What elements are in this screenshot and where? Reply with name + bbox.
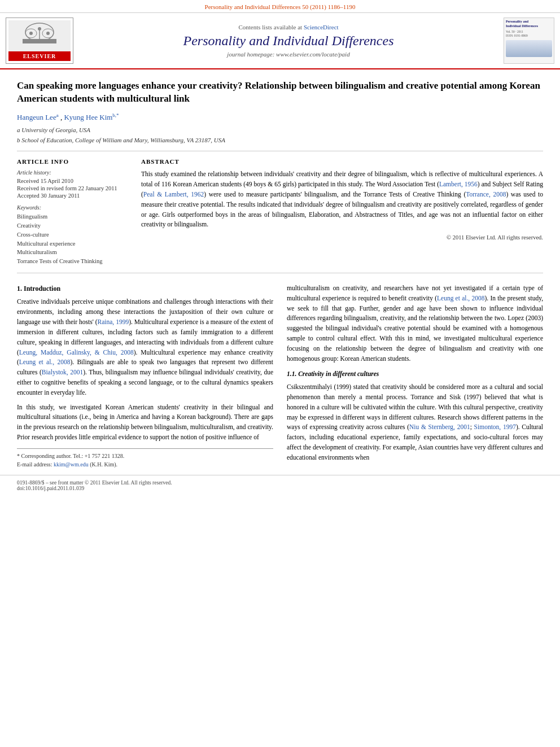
article-title-section: Can speaking more languages enhance your… bbox=[17, 69, 543, 151]
publisher-logo: ELSEVIER bbox=[6, 18, 73, 64]
leung-2008-link3[interactable]: Leung et al., 2008 bbox=[437, 295, 484, 302]
journal-name: Personality and Individual Differences bbox=[183, 33, 393, 49]
bialystok-2001-link[interactable]: Bialystok, 2001 bbox=[42, 369, 83, 375]
right-para2: Csikszentmihalyi (1999) stated that crea… bbox=[287, 382, 543, 463]
journal-thumbnail: Personality andIndividual Differences Vo… bbox=[504, 18, 554, 64]
article-info-block: ARTICLE INFO Article history: Received 1… bbox=[17, 158, 130, 266]
doi-line: doi:10.1016/j.paid.2011.01.039 bbox=[17, 486, 543, 491]
svg-point-7 bbox=[38, 27, 41, 30]
info-abstract-section: ARTICLE INFO Article history: Received 1… bbox=[17, 151, 543, 273]
author-b-sup: b,* bbox=[112, 112, 119, 118]
footnote-corresponding: * Corresponding author. Tel.: +1 757 221… bbox=[17, 452, 273, 461]
intro-heading: 1. Introduction bbox=[17, 283, 273, 294]
keyword-item: Cross-culture bbox=[17, 230, 130, 239]
torrance-2008-link[interactable]: Torrance, 2008 bbox=[466, 191, 506, 198]
authors-line: Hangeun Leea , Kyung Hee Kimb,* bbox=[17, 112, 543, 122]
author-b-link[interactable]: Kyung Hee Kimb,* bbox=[64, 113, 119, 121]
abstract-text: This study examined the relationship bet… bbox=[141, 169, 543, 230]
intro-para2: In this study, we investigated Korean Am… bbox=[17, 403, 273, 443]
accepted-date: Accepted 30 January 2011 bbox=[17, 193, 130, 199]
journal-title-block: Contents lists available at ScienceDirec… bbox=[79, 18, 498, 64]
body-right-col: multiculturalism on creativity, and rese… bbox=[287, 283, 543, 469]
abstract-heading: ABSTRACT bbox=[141, 158, 543, 165]
keyword-item: Torrance Tests of Creative Thinking bbox=[17, 257, 130, 266]
abstract-section: ABSTRACT This study examined the relatio… bbox=[141, 158, 543, 266]
lambert-1956-link[interactable]: Lambert, 1956 bbox=[439, 181, 478, 187]
subsection-heading-cultures: 1.1. Creativity in different cultures bbox=[287, 369, 543, 379]
keywords-section: Keywords: BilingualismCreativityCross-cu… bbox=[17, 204, 130, 266]
top-bar: Personality and Individual Differences 5… bbox=[0, 0, 560, 13]
keyword-item: Creativity bbox=[17, 221, 130, 230]
right-para1: multiculturalism on creativity, and rese… bbox=[287, 283, 543, 364]
peal-lambert-link[interactable]: Peal & Lambert, 1962 bbox=[143, 191, 204, 198]
elsevier-wordmark: ELSEVIER bbox=[8, 51, 71, 61]
bottom-bar: 0191-8869/$ – see front matter © 2011 El… bbox=[0, 475, 560, 495]
footnote-area: * Corresponding author. Tel.: +1 757 221… bbox=[17, 448, 273, 469]
journal-citation: Personality and Individual Differences 5… bbox=[205, 3, 356, 10]
body-columns: 1. Introduction Creative individuals per… bbox=[17, 273, 543, 469]
issn-line: 0191-8869/$ – see front matter © 2011 El… bbox=[17, 480, 543, 486]
copyright-text: © 2011 Elsevier Ltd. All rights reserved… bbox=[141, 234, 543, 241]
email-label: E-mail address: bbox=[17, 461, 52, 468]
keyword-item: Multiculturalism bbox=[17, 248, 130, 257]
keyword-item: Multicultural experience bbox=[17, 239, 130, 248]
elsevier-tree-graphic bbox=[8, 20, 71, 51]
author-a-sup: a bbox=[56, 112, 59, 118]
footnote-email-line: E-mail address: kkim@wm.edu (K.H. Kim). bbox=[17, 460, 273, 469]
body-left-col: 1. Introduction Creative individuals per… bbox=[17, 283, 273, 469]
keywords-list: BilingualismCreativityCross-cultureMulti… bbox=[17, 212, 130, 266]
main-content: Can speaking more languages enhance your… bbox=[0, 69, 560, 469]
elsevier-tree-icon bbox=[17, 22, 62, 50]
leung-2008-link[interactable]: Leung, Madduz, Galinsky, & Chiu, 2008 bbox=[19, 349, 134, 356]
affiliations: a University of Georgia, USA b School of… bbox=[17, 125, 543, 145]
svg-point-6 bbox=[46, 32, 50, 35]
journal-header: ELSEVIER Contents lists available at Sci… bbox=[0, 13, 560, 69]
simonton-1997-link[interactable]: Simonton, 1997 bbox=[474, 423, 516, 430]
raina-1999-link[interactable]: Raina, 1999 bbox=[98, 318, 129, 325]
svg-point-5 bbox=[29, 32, 33, 35]
received-date: Received 15 April 2010 bbox=[17, 178, 130, 184]
email-link[interactable]: kkim@wm.edu bbox=[54, 461, 90, 468]
history-label: Article history: bbox=[17, 169, 130, 176]
niu-sternberg-link[interactable]: Niu & Sternberg, 2001 bbox=[409, 423, 470, 430]
affil-b: b School of Education, College of Willia… bbox=[17, 136, 543, 146]
sciencedirect-link[interactable]: ScienceDirect bbox=[304, 24, 339, 30]
article-info-heading: ARTICLE INFO bbox=[17, 158, 130, 165]
article-title: Can speaking more languages enhance your… bbox=[17, 80, 543, 106]
keyword-item: Bilingualism bbox=[17, 212, 130, 221]
journal-homepage: journal homepage: www.elsevier.com/locat… bbox=[227, 51, 349, 58]
author-b-name: Kyung Hee Kim bbox=[64, 113, 112, 121]
intro-para1: Creative individuals perceive unique com… bbox=[17, 297, 273, 397]
sciencedirect-link-text: Contents lists available at ScienceDirec… bbox=[238, 24, 338, 30]
affil-a: a University of Georgia, USA bbox=[17, 125, 543, 136]
email-person: (K.H. Kim). bbox=[90, 461, 117, 468]
page: Personality and Individual Differences 5… bbox=[0, 0, 560, 747]
author-a-name: Hangeun Lee bbox=[17, 113, 56, 121]
leung-2008-link2[interactable]: Leung et al., 2008 bbox=[19, 359, 71, 365]
author-a-link[interactable]: Hangeun Leea bbox=[17, 113, 60, 121]
abstract-sentence-1: This study examined the relationship bet… bbox=[141, 171, 543, 228]
email-address: kkim@wm.edu bbox=[54, 461, 89, 468]
received-revised-date: Received in revised form 22 January 2011 bbox=[17, 185, 130, 191]
keywords-label: Keywords: bbox=[17, 204, 130, 211]
